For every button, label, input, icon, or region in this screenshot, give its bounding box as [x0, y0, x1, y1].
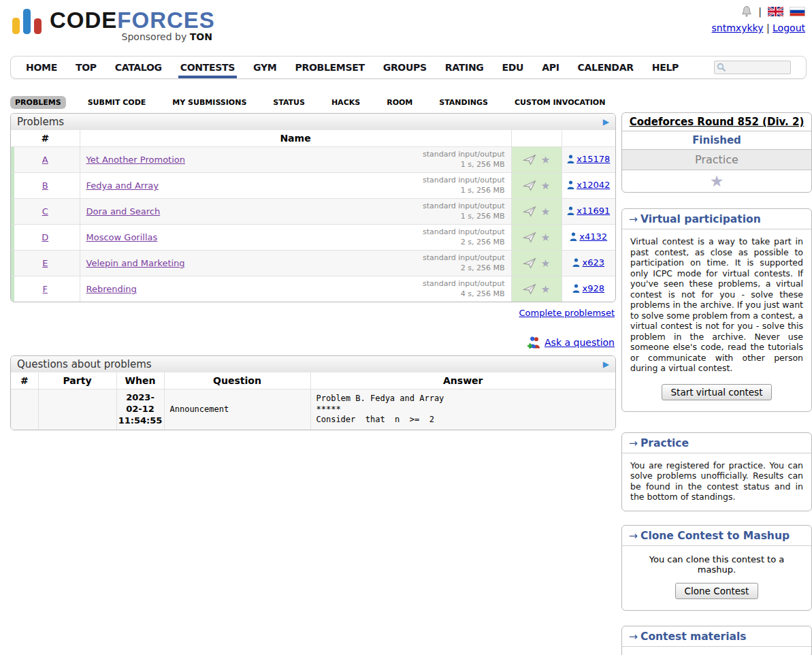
search-input[interactable]: [726, 62, 786, 73]
subnav-my-submissions[interactable]: MY SUBMISSIONS: [167, 96, 251, 109]
virtual-participation-title[interactable]: Virtual participation: [640, 213, 761, 225]
problem-name-link[interactable]: Rebrending: [86, 284, 137, 294]
nav-item-groups[interactable]: GROUPS: [383, 62, 427, 73]
problem-constraints: standard input/output4 s, 256 MB: [423, 279, 505, 299]
start-virtual-contest-button[interactable]: Start virtual contest: [662, 384, 773, 400]
subnav-problems[interactable]: PROBLEMS: [10, 96, 66, 109]
subnav-custom-invocation[interactable]: CUSTOM INVOCATION: [510, 96, 610, 109]
questions-caption: Questions about problems ▶: [11, 356, 615, 372]
question-row: 2023-02-12 11:54:55 Announcement Problem…: [11, 389, 615, 430]
paper-plane-icon[interactable]: [523, 206, 536, 217]
user-icon: [572, 284, 580, 293]
favorite-star-icon[interactable]: ★: [541, 257, 550, 270]
favorite-star-icon[interactable]: ★: [541, 231, 550, 244]
ru-flag-icon[interactable]: [790, 7, 805, 16]
expand-arrow-icon[interactable]: ▶: [603, 117, 609, 127]
question-text: Announcement: [164, 389, 310, 430]
problem-letter-link[interactable]: B: [42, 180, 48, 191]
col-header-index: #: [11, 130, 80, 147]
separator: |: [758, 6, 762, 17]
bell-icon[interactable]: [741, 5, 752, 18]
paper-plane-icon[interactable]: [523, 231, 536, 243]
paper-plane-icon[interactable]: [523, 257, 536, 269]
user-icon: [567, 206, 574, 215]
ask-question-link[interactable]: Ask a question: [545, 337, 615, 348]
subnav-standings[interactable]: STANDINGS: [434, 96, 493, 109]
contest-materials-box: →Contest materials • Announcement × • Tu…: [621, 626, 812, 655]
solved-count-link[interactable]: x623: [572, 257, 604, 268]
problem-letter-link[interactable]: D: [42, 232, 48, 242]
contest-status: Finished: [622, 131, 811, 149]
subnav-status[interactable]: STATUS: [268, 96, 310, 109]
solved-count-link[interactable]: x11691: [567, 206, 610, 216]
logo-wordmark: CODEFORCES: [50, 9, 215, 33]
problem-constraints: standard input/output2 s, 256 MB: [423, 227, 505, 247]
nav-item-contests[interactable]: CONTESTS: [180, 62, 235, 73]
paper-plane-icon[interactable]: [523, 180, 536, 191]
col-header-name: Name: [80, 130, 511, 147]
clone-contest-box: →Clone Contest to Mashup You can clone t…: [621, 525, 812, 611]
problem-letter-link[interactable]: F: [43, 284, 48, 294]
problem-name-link[interactable]: Velepin and Marketing: [86, 258, 185, 268]
arrow-icon: →: [629, 530, 638, 542]
favorite-star-icon[interactable]: ★: [541, 283, 550, 295]
nav-item-api[interactable]: API: [542, 62, 559, 73]
problem-name-link[interactable]: Fedya and Array: [86, 180, 159, 191]
nav-item-edu[interactable]: EDU: [502, 62, 524, 73]
clone-contest-title[interactable]: Clone Contest to Mashup: [640, 530, 790, 542]
nav-item-rating[interactable]: RATING: [445, 62, 484, 73]
problem-row: F Rebrending standard input/output4 s, 2…: [11, 276, 615, 302]
solved-count-link[interactable]: x4132: [570, 231, 607, 242]
clone-contest-text: You can clone this contest to a mashup.: [649, 554, 785, 575]
q-col-answer: Answer: [310, 372, 615, 389]
ask-question-icon: [527, 336, 541, 349]
expand-arrow-icon[interactable]: ▶: [603, 360, 609, 369]
problem-letter-link[interactable]: A: [42, 155, 48, 165]
nav-item-home[interactable]: HOME: [26, 62, 57, 73]
clone-contest-button[interactable]: Clone Contest: [675, 583, 759, 599]
favorite-star-icon[interactable]: ★: [541, 154, 550, 166]
nav-item-problemset[interactable]: PROBLEMSET: [295, 62, 364, 73]
nav-item-help[interactable]: HELP: [652, 62, 679, 73]
contest-title-link[interactable]: Codeforces Round 852 (Div. 2): [630, 116, 805, 128]
search-icon: [717, 63, 726, 72]
user-icon: [567, 155, 574, 163]
uk-flag-icon[interactable]: [768, 7, 783, 16]
solved-count-link[interactable]: x12042: [567, 180, 610, 190]
question-when: 2023-02-12 11:54:55: [116, 389, 164, 430]
problem-name-link[interactable]: Yet Another Promotion: [86, 155, 185, 165]
codeforces-logo[interactable]: CODEFORCES Sponsored by TON: [12, 9, 215, 42]
solved-count-link[interactable]: x15178: [567, 154, 610, 164]
question-party: [38, 389, 116, 430]
arrow-icon: →: [629, 630, 638, 643]
problem-constraints: standard input/output2 s, 256 MB: [423, 253, 505, 273]
username-link[interactable]: sntmxykky: [712, 22, 764, 33]
virtual-participation-box: →Virtual participation Virtual contest i…: [621, 208, 812, 412]
nav-item-gym[interactable]: GYM: [253, 62, 276, 73]
problem-row: B Fedya and Array standard input/output1…: [11, 173, 615, 199]
complete-problemset-link[interactable]: Complete problemset: [519, 308, 615, 318]
favorite-star-icon[interactable]: ★: [541, 180, 550, 192]
subnav-submit-code[interactable]: SUBMIT CODE: [83, 96, 151, 109]
paper-plane-icon[interactable]: [523, 283, 536, 295]
arrow-icon: →: [629, 437, 638, 449]
problem-name-link[interactable]: Dora and Search: [86, 206, 161, 217]
nav-item-top[interactable]: TOP: [76, 62, 97, 73]
nav-item-catalog[interactable]: CATALOG: [115, 62, 162, 73]
contest-info-box: Codeforces Round 852 (Div. 2) Finished P…: [621, 112, 812, 193]
contest-materials-title[interactable]: Contest materials: [640, 630, 747, 643]
problem-letter-link[interactable]: C: [42, 206, 48, 217]
favorite-star-icon[interactable]: ★: [541, 206, 550, 218]
nav-item-calendar[interactable]: CALENDAR: [578, 62, 634, 73]
solved-count-link[interactable]: x928: [572, 283, 604, 293]
favorite-contest-star-icon[interactable]: ★: [710, 172, 724, 190]
subnav-hacks[interactable]: HACKS: [327, 96, 365, 109]
problem-letter-link[interactable]: E: [42, 258, 48, 268]
problem-name-link[interactable]: Moscow Gorillas: [86, 232, 158, 242]
practice-title[interactable]: Practice: [640, 437, 689, 449]
logout-link[interactable]: Logout: [773, 22, 805, 33]
user-icon: [572, 258, 580, 267]
subnav-room[interactable]: ROOM: [382, 96, 417, 109]
problem-constraints: standard input/output1 s, 256 MB: [423, 202, 505, 221]
paper-plane-icon[interactable]: [523, 154, 536, 165]
